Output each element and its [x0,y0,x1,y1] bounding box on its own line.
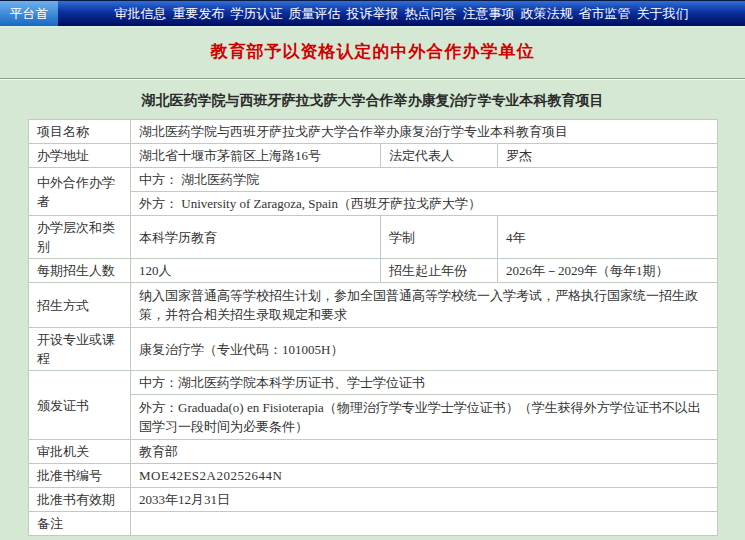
nav-links: 审批信息 重要发布 学历认证 质量评估 投诉举报 热点问答 注意事项 政策法规 … [58,1,745,26]
certificates-foreign-value: 外方：Graduada(o) en Fisioterapia（物理治疗学专业学士… [131,395,718,440]
majors-label: 开设专业或课程 [29,328,131,371]
nav-link-about-us[interactable]: 关于我们 [637,5,689,23]
authority-value: 教育部 [131,440,718,464]
duration-label: 学制 [381,216,498,259]
nav-link-provincial-sup[interactable]: 省市监管 [579,5,631,23]
nav-tab-platform-home[interactable]: 平台首 [0,1,58,26]
level-value: 本科学历教育 [131,216,381,259]
partners-foreign-suffix: （西班牙萨拉戈萨大学） [338,196,481,211]
top-nav-bar: 平台首 审批信息 重要发布 学历认证 质量评估 投诉举报 热点问答 注意事项 政… [0,0,745,28]
certificates-cn-value: 中方：湖北医药学院本科学历证书、学士学位证书 [131,371,718,395]
nav-link-degree-auth[interactable]: 学历认证 [231,5,283,23]
remarks-label: 备注 [29,512,131,536]
years-value: 2026年－2029年（每年1期） [498,259,718,283]
table-row-certificates-foreign: 外方：Graduada(o) en Fisioterapia（物理治疗学专业学士… [29,395,718,440]
nav-link-important-news[interactable]: 重要发布 [173,5,225,23]
partners-foreign-prefix: 外方： [139,196,181,211]
table-row-authority: 审批机关 教育部 [29,440,718,464]
certificates-foreign-prefix: 外方： [139,400,178,415]
recruit-method-label: 招生方式 [29,283,131,328]
program-subtitle: 湖北医药学院与西班牙萨拉戈萨大学合作举办康复治疗学专业本科教育项目 [0,92,745,109]
nav-link-notices[interactable]: 注意事项 [463,5,515,23]
validity-label: 批准书有效期 [29,488,131,512]
certificates-label: 颁发证书 [29,371,131,440]
approval-no-value: MOE42ES2A20252644N [131,464,718,488]
level-label: 办学层次和类别 [29,216,131,259]
partners-cn-value: 中方： 湖北医药学院 [131,168,718,192]
nav-link-quality-eval[interactable]: 质量评估 [289,5,341,23]
legal-rep-value: 罗杰 [498,144,718,168]
page-title: 教育部予以资格认定的中外合作办学单位 [0,40,745,64]
partners-foreign-value: 外方： University of Zaragoza, Spain（西班牙萨拉戈… [131,192,718,216]
table-row-certificates-cn: 颁发证书 中方：湖北医药学院本科学历证书、学士学位证书 [29,371,718,395]
authority-label: 审批机关 [29,440,131,464]
validity-value: 2033年12月31日 [131,488,718,512]
divider [0,78,745,80]
approval-no-label: 批准书编号 [29,464,131,488]
table-row-partners-cn: 中外合作办学者 中方： 湖北医药学院 [29,168,718,192]
partners-foreign-latin: University of Zaragoza, Spain [181,196,338,211]
table-row-address: 办学地址 湖北省十堰市茅箭区上海路16号 法定代表人 罗杰 [29,144,718,168]
nav-link-approval-info[interactable]: 审批信息 [115,5,167,23]
project-name-label: 项目名称 [29,120,131,144]
legal-rep-label: 法定代表人 [381,144,498,168]
partners-label: 中外合作办学者 [29,168,131,216]
table-row-validity: 批准书有效期 2033年12月31日 [29,488,718,512]
remarks-value [131,512,718,536]
table-row-majors: 开设专业或课程 康复治疗学（专业代码：101005H） [29,328,718,371]
table-row-project-name: 项目名称 湖北医药学院与西班牙萨拉戈萨大学合作举办康复治疗学专业本科教育项目 [29,120,718,144]
table-row-remarks: 备注 [29,512,718,536]
recruit-method-value: 纳入国家普通高等学校招生计划，参加全国普通高等学校统一入学考试，严格执行国家统一… [131,283,718,328]
years-label: 招生起止年份 [381,259,498,283]
address-value: 湖北省十堰市茅箭区上海路16号 [131,144,381,168]
address-label: 办学地址 [29,144,131,168]
majors-value: 康复治疗学（专业代码：101005H） [131,328,718,371]
enrollment-value: 120人 [131,259,381,283]
table-row-recruit-method: 招生方式 纳入国家普通高等学校招生计划，参加全国普通高等学校统一入学考试，严格执… [29,283,718,328]
duration-value: 4年 [498,216,718,259]
enrollment-label: 每期招生人数 [29,259,131,283]
table-row-level: 办学层次和类别 本科学历教育 学制 4年 [29,216,718,259]
nav-link-hot-qa[interactable]: 热点问答 [405,5,457,23]
table-row-enrollment: 每期招生人数 120人 招生起止年份 2026年－2029年（每年1期） [29,259,718,283]
certificates-foreign-latin: Graduada(o) en Fisioterapia [178,400,324,415]
nav-link-policies[interactable]: 政策法规 [521,5,573,23]
table-row-partners-foreign: 外方： University of Zaragoza, Spain（西班牙萨拉戈… [29,192,718,216]
nav-link-complaints[interactable]: 投诉举报 [347,5,399,23]
table-row-approval-no: 批准书编号 MOE42ES2A20252644N [29,464,718,488]
project-name-value: 湖北医药学院与西班牙萨拉戈萨大学合作举办康复治疗学专业本科教育项目 [131,120,718,144]
program-info-table: 项目名称 湖北医药学院与西班牙萨拉戈萨大学合作举办康复治疗学专业本科教育项目 办… [28,119,718,536]
